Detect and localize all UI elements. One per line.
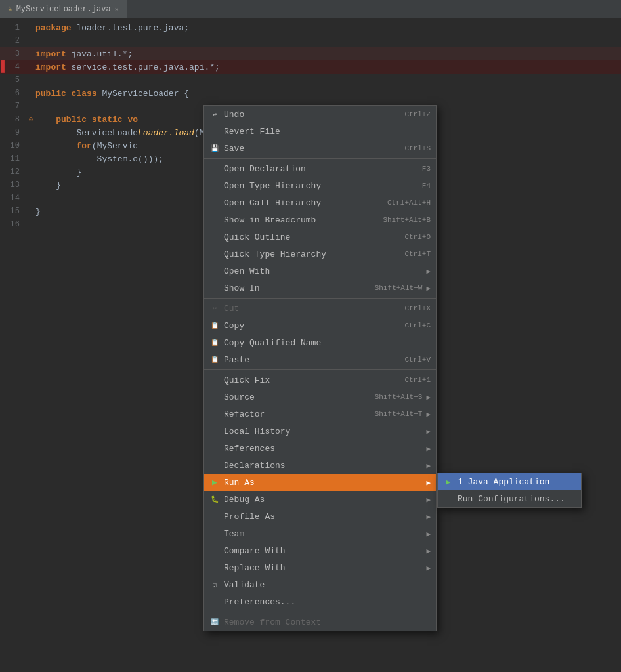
separator xyxy=(204,612,436,612)
menu-item-source[interactable]: Source Shift+Alt+S ▶ xyxy=(204,388,436,406)
menu-item-refactor[interactable]: Refactor Shift+Alt+T ▶ xyxy=(204,406,436,423)
menu-item-replace-with[interactable]: Replace With ▶ xyxy=(204,559,436,576)
menu-item-copy[interactable]: 📋 Copy Ctrl+C xyxy=(204,317,436,334)
tab-close-button[interactable]: ✕ xyxy=(115,5,119,13)
arrow-icon: ▶ xyxy=(426,267,431,276)
submenu-item-run-configurations[interactable]: Run Configurations... xyxy=(438,490,581,507)
menu-item-show-in[interactable]: Show In Shift+Alt+W ▶ xyxy=(204,280,436,297)
menu-item-profile-as[interactable]: Profile As ▶ xyxy=(204,508,436,525)
run-as-submenu: ▶ 1 Java Application Run Configurations.… xyxy=(437,472,582,508)
arrow-icon: ▶ xyxy=(426,564,431,572)
separator xyxy=(204,158,436,159)
menu-item-show-in-breadcrumb[interactable]: Show in Breadcrumb Shift+Alt+B xyxy=(204,211,436,228)
editor-container: ☕ MyServiceLoader.java ✕ 1 package loade… xyxy=(0,0,621,672)
menu-item-open-declaration[interactable]: Open Declaration F3 xyxy=(204,160,436,177)
code-line-error: 4 ▌ import service.test.pure.java.api.*; xyxy=(0,60,621,74)
arrow-icon: ▶ xyxy=(426,461,431,470)
menu-item-run-as[interactable]: ▶ Run As ▶ ▶ 1 Java Application Run Conf… xyxy=(204,474,436,491)
arrow-icon: ▶ xyxy=(426,410,431,419)
error-marker: ▌ xyxy=(0,60,9,74)
menu-item-preferences[interactable]: Preferences... xyxy=(204,593,436,610)
arrow-icon: ▶ xyxy=(426,530,431,538)
code-line: 6 public class MyServiceLoader { xyxy=(0,87,621,100)
menu-item-compare-with[interactable]: Compare With ▶ xyxy=(204,542,436,559)
menu-item-quick-outline[interactable]: Quick Outline Ctrl+O xyxy=(204,228,436,245)
menu-item-cut[interactable]: ✂ Cut Ctrl+X xyxy=(204,300,436,317)
editor-tab[interactable]: ☕ MyServiceLoader.java ✕ xyxy=(0,0,127,18)
code-line: 2 xyxy=(0,34,621,47)
arrow-icon: ▶ xyxy=(426,513,431,521)
remove-context-icon: 🔙 xyxy=(209,618,220,626)
menu-item-local-history[interactable]: Local History ▶ xyxy=(204,423,436,440)
context-menu: ↩ Undo Ctrl+Z Revert File 💾 Save Ctrl+S … xyxy=(203,105,437,631)
arrow-icon: ▶ xyxy=(426,547,431,555)
arrow-icon: ▶ xyxy=(426,284,431,293)
code-line: 1 package loader.test.pure.java; xyxy=(0,21,621,34)
menu-item-open-with[interactable]: Open With ▶ xyxy=(204,262,436,280)
cut-icon: ✂ xyxy=(209,304,220,312)
menu-item-quick-fix[interactable]: Quick Fix Ctrl+1 xyxy=(204,371,436,388)
run-icon: ▶ xyxy=(209,477,220,488)
menu-item-debug-as[interactable]: 🐛 Debug As ▶ xyxy=(204,491,436,508)
menu-item-save[interactable]: 💾 Save Ctrl+S xyxy=(204,140,436,157)
submenu-item-java-application[interactable]: ▶ 1 Java Application xyxy=(438,473,581,490)
arrow-icon: ▶ xyxy=(426,478,431,487)
arrow-icon: ▶ xyxy=(426,427,431,436)
tab-bar: ☕ MyServiceLoader.java ✕ xyxy=(0,0,621,18)
arrow-icon: ▶ xyxy=(426,393,431,402)
menu-item-quick-type-hierarchy[interactable]: Quick Type Hierarchy Ctrl+T xyxy=(204,245,436,262)
menu-item-open-call-hierarchy[interactable]: Open Call Hierarchy Ctrl+Alt+H xyxy=(204,194,436,211)
debug-icon: 🐛 xyxy=(209,495,220,503)
menu-item-copy-qualified-name[interactable]: 📋 Copy Qualified Name xyxy=(204,334,436,351)
arrow-icon: ▶ xyxy=(426,495,431,504)
arrow-icon: ▶ xyxy=(426,444,431,453)
menu-item-references[interactable]: References ▶ xyxy=(204,440,436,457)
tab-label: MyServiceLoader.java xyxy=(16,5,111,14)
validate-icon: ☑ xyxy=(209,581,220,589)
undo-icon: ↩ xyxy=(209,110,220,119)
save-icon: 💾 xyxy=(209,144,220,152)
menu-item-open-type-hierarchy[interactable]: Open Type Hierarchy F4 xyxy=(204,177,436,194)
menu-item-declarations[interactable]: Declarations ▶ xyxy=(204,457,436,474)
menu-item-revert-file[interactable]: Revert File xyxy=(204,123,436,140)
java-run-icon: ▶ xyxy=(443,478,454,486)
java-file-icon: ☕ xyxy=(8,5,12,13)
menu-item-validate[interactable]: ☑ Validate xyxy=(204,576,436,593)
separator xyxy=(204,369,436,370)
menu-item-remove-from-context[interactable]: 🔙 Remove from Context xyxy=(204,614,436,631)
code-line: 3 import java.util.*; xyxy=(0,47,621,60)
copy-icon: 📋 xyxy=(209,322,220,329)
separator xyxy=(204,298,436,299)
menu-item-undo[interactable]: ↩ Undo Ctrl+Z xyxy=(204,106,436,123)
code-line: 5 xyxy=(0,74,621,87)
menu-item-team[interactable]: Team ▶ xyxy=(204,525,436,542)
menu-item-paste[interactable]: 📋 Paste Ctrl+V xyxy=(204,351,436,368)
paste-icon: 📋 xyxy=(209,356,220,364)
copy-qualified-icon: 📋 xyxy=(209,339,220,346)
